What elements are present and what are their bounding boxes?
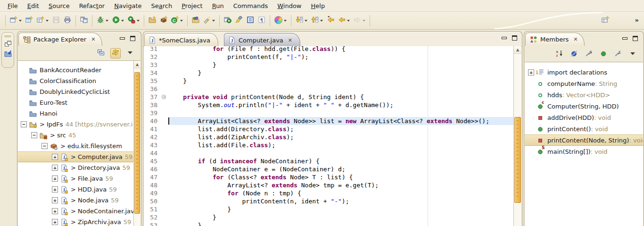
code-text[interactable]: NodeContainer e = (NodeContainer) d; (168, 165, 513, 173)
code-text[interactable]: list.add(File.class); (168, 141, 513, 149)
member-expander-icon[interactable]: + (528, 69, 534, 75)
tree-item-ipdfs[interactable]: −J> IpdFs44 [https://svnserver.i (18, 119, 133, 130)
dropdown-arrow-icon[interactable] (320, 20, 323, 22)
dropdown-arrow-icon[interactable] (284, 20, 287, 22)
tree-expander-icon[interactable]: − (21, 121, 27, 127)
fold-column[interactable] (161, 125, 168, 133)
code-text[interactable]: printContent(f, "|-"); (168, 53, 513, 61)
dropdown-arrow-icon[interactable] (363, 20, 365, 22)
menu-project[interactable]: Project (177, 1, 207, 11)
close-icon[interactable]: ✕ (91, 36, 95, 42)
color-theme-button[interactable] (273, 15, 288, 27)
member-hdds[interactable]: hdds : Vector<HDD> (525, 89, 643, 100)
fold-column[interactable] (161, 181, 168, 189)
member-import-declarations[interactable]: +import declarations (525, 67, 643, 78)
menu-run[interactable]: Run (207, 1, 229, 11)
tree-expander-icon[interactable]: − (31, 132, 37, 138)
fold-column[interactable] (161, 101, 168, 109)
fold-column[interactable] (161, 189, 168, 197)
tab-package-explorer[interactable]: Package Explorer ✕ (18, 33, 102, 46)
editor-tab-someclass-java[interactable]: J*SomeClass.java (144, 33, 218, 47)
fold-column[interactable] (161, 157, 168, 165)
maximize-icon[interactable] (512, 35, 517, 41)
run-last-applet-button[interactable] (223, 15, 233, 26)
mark-occurrences-button[interactable] (234, 15, 244, 26)
tree-item-src[interactable]: −> src45 (18, 130, 133, 141)
hide-local-types-button[interactable]: L (613, 49, 623, 59)
tree-expander-icon[interactable]: + (52, 197, 58, 203)
menu-window[interactable]: Window (272, 1, 306, 11)
menu-refactor[interactable]: Refactor (74, 1, 110, 11)
menu-source[interactable]: Source (44, 1, 74, 11)
fold-column[interactable] (161, 93, 168, 101)
fast-view-grip[interactable] (4, 34, 11, 37)
code-text[interactable]: printContent(n, ident + "-"); (168, 197, 513, 205)
tree-item-doublylinkedcycliclist[interactable]: DoublyLinkedCyclicList (18, 86, 133, 97)
fold-column[interactable] (161, 173, 168, 181)
code-text[interactable]: } (168, 61, 513, 69)
tree-item-euro-test[interactable]: Euro-Test (18, 97, 133, 108)
tree-item-hanoi[interactable]: Hanoi (18, 108, 133, 119)
hide-non-public-members-button[interactable] (598, 49, 609, 59)
code-text[interactable]: } (168, 213, 513, 221)
fold-column[interactable] (161, 69, 168, 77)
code-text[interactable]: if (d instanceof NodeContainer) { (168, 157, 513, 165)
fold-column[interactable] (161, 141, 168, 149)
fold-column[interactable] (161, 61, 168, 69)
code-text[interactable]: list.add(Directory.class); (168, 125, 513, 133)
code-text[interactable]: for (Node n : tmp) { (168, 189, 513, 197)
fold-column[interactable] (161, 133, 168, 141)
fold-column[interactable] (161, 46, 168, 53)
link-with-editor-button[interactable] (110, 48, 121, 59)
view-menu-button[interactable] (125, 48, 135, 59)
fold-column[interactable] (161, 213, 168, 221)
editor-content[interactable]: 31 for (File f : hdd.get(File.class)) {3… (144, 46, 521, 226)
hide-fields-button[interactable] (569, 49, 579, 59)
project-tree[interactable]: BankAccountReaderColorClassificationDoub… (18, 61, 133, 226)
new-java-class-button[interactable]: C (170, 15, 184, 26)
fold-column[interactable] (161, 205, 168, 213)
scroll-up-icon[interactable]: ▲ (514, 46, 521, 54)
restore-minimized-views-button[interactable] (4, 40, 12, 48)
dropdown-arrow-icon[interactable] (46, 20, 49, 22)
tree-item-node-java[interactable]: +J> Node.java59 (18, 195, 133, 206)
scrollbar-thumb[interactable] (134, 72, 140, 214)
member-printcontent-node-string[interactable]: printContent(Node, String) : void (525, 134, 643, 146)
show-whitespace-button[interactable]: ¶ (256, 15, 267, 26)
print-button[interactable] (62, 15, 73, 26)
menu-navigate[interactable]: Navigate (109, 1, 146, 11)
search-button[interactable] (202, 15, 216, 26)
member-adddrive-hdd[interactable]: addDrive(HDD) : void (525, 112, 643, 123)
collapse-fold-icon[interactable] (162, 95, 166, 99)
tree-expander-icon[interactable]: + (52, 176, 58, 182)
new-java-package-button[interactable] (158, 15, 169, 26)
member-main-string[interactable]: Smain(String[]) : void (525, 146, 643, 157)
view-menu-button[interactable] (627, 49, 638, 59)
tree-expander-icon[interactable]: − (41, 143, 48, 149)
dropdown-arrow-icon[interactable] (19, 20, 22, 22)
tree-expander-icon[interactable]: + (52, 208, 58, 214)
run-external-tools-button[interactable] (126, 15, 141, 26)
dropdown-arrow-icon[interactable] (305, 20, 307, 22)
maximize-icon[interactable] (633, 36, 638, 41)
show-source-button[interactable] (245, 15, 256, 26)
tab-members[interactable]: Members ✕ (525, 33, 585, 46)
menu-commands[interactable]: Commands (229, 1, 273, 11)
fold-column[interactable] (161, 85, 168, 93)
menu-edit[interactable]: Edit (23, 1, 44, 11)
code-text[interactable]: } (168, 77, 513, 85)
code-text[interactable]: list.add(ZipArchiv.class); (168, 133, 513, 141)
last-edit-location-button[interactable]: * (325, 15, 336, 26)
fold-column[interactable] (161, 197, 168, 205)
dropdown-arrow-icon[interactable] (212, 20, 215, 22)
tree-expander-icon[interactable]: + (52, 219, 58, 225)
run-button[interactable] (111, 15, 125, 26)
minimize-icon[interactable] (502, 37, 507, 39)
dropdown-arrow-icon[interactable] (121, 20, 124, 22)
previous-annotation-button[interactable] (310, 15, 324, 26)
code-text[interactable] (168, 149, 513, 157)
minimize-icon[interactable] (120, 37, 125, 40)
maximize-icon[interactable] (130, 36, 135, 41)
open-type-button[interactable] (190, 15, 201, 26)
new-view-button[interactable] (35, 15, 50, 26)
